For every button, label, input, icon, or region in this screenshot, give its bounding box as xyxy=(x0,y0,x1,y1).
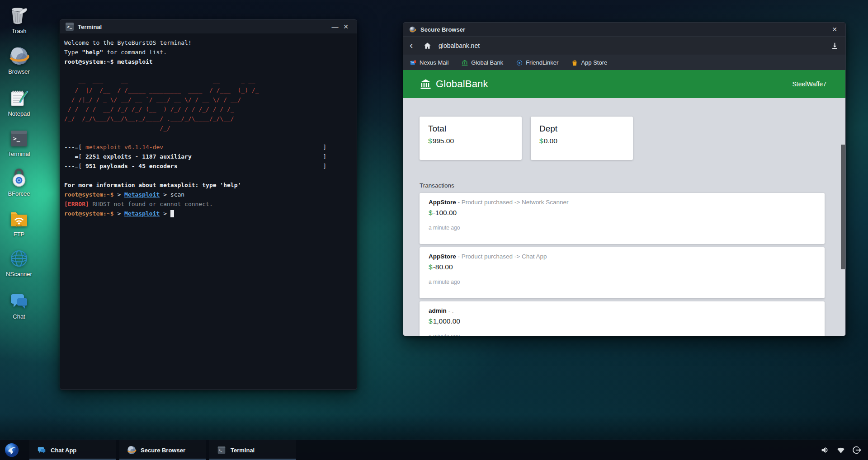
desktop-icon-label: Browser xyxy=(8,68,30,75)
transaction-card: AppStore - Product purchased -> Chat App… xyxy=(420,247,825,298)
transaction-source: AppStore xyxy=(429,253,456,260)
transaction-card: admin - .$1,000.00a minute ago xyxy=(420,301,825,336)
transaction-description: . xyxy=(452,307,454,314)
transaction-description: Product purchased -> Chat App xyxy=(462,253,547,260)
summary-card-title: Total xyxy=(428,124,513,134)
desktop-icon-label: Trash xyxy=(12,28,27,34)
start-button[interactable] xyxy=(0,440,24,460)
browser-globe-icon xyxy=(127,445,137,455)
desktop-icon-terminal[interactable]: >_Terminal xyxy=(4,127,34,157)
terminal-line: root@system:~$ metasploit xyxy=(64,57,352,66)
transaction-time: a minute ago xyxy=(429,225,816,231)
desktop-icon-bforcee[interactable]: BForcee xyxy=(4,167,34,197)
summary-cards: Total$995.00Dept$0.00 xyxy=(420,117,825,160)
taskbar-item-label: Chat App xyxy=(51,447,76,454)
volume-icon[interactable] xyxy=(820,445,830,455)
desktop-icon-label: FTP xyxy=(14,231,25,238)
desktop-icon-label: Terminal xyxy=(8,150,30,157)
summary-card-amount: $0.00 xyxy=(539,137,624,145)
summary-card-title: Dept xyxy=(539,124,624,134)
svg-text:>_: >_ xyxy=(13,135,20,142)
terminal-window-title: Terminal xyxy=(78,23,102,30)
terminal-close-button[interactable]: ✕ xyxy=(340,20,351,33)
currency-sign: $ xyxy=(429,317,433,325)
page-scrollbar[interactable] xyxy=(841,145,845,269)
bank-icon xyxy=(462,60,468,66)
summary-card-dept: Dept$0.00 xyxy=(531,117,633,160)
transaction-title: AppStore - Product purchased -> Chat App xyxy=(429,253,816,260)
browser-titlebar[interactable]: Secure Browser — ✕ xyxy=(403,23,845,36)
notepad-icon xyxy=(8,87,30,109)
terminal-line xyxy=(64,133,352,142)
terminal-window: >_ Terminal — ✕ Welcome to the ByteBurst… xyxy=(60,19,357,390)
browser-minimize-button[interactable]: — xyxy=(818,23,829,36)
desktop-icon-nscanner[interactable]: NScanner xyxy=(4,248,34,277)
terminal-app-icon: >_ xyxy=(8,127,30,149)
logout-icon[interactable] xyxy=(852,445,862,455)
transaction-card: AppStore - Product purchased -> Network … xyxy=(420,193,825,244)
transactions-list: AppStore - Product purchased -> Network … xyxy=(420,193,825,336)
terminal-titlebar[interactable]: >_ Terminal — ✕ xyxy=(60,20,357,33)
wifi-icon[interactable] xyxy=(836,445,846,455)
browser-navbar: ‹ globalbank.net xyxy=(403,36,845,55)
browser-window-icon xyxy=(409,26,416,33)
terminal-line: Welcome to the ByteBurstOS terminal! xyxy=(64,38,352,47)
ftp-folder-icon: FTP xyxy=(8,208,30,230)
bank-header: GlobalBank SteelWaffe7 xyxy=(403,70,845,98)
download-icon[interactable] xyxy=(830,42,839,50)
address-bar[interactable]: globalbank.net xyxy=(439,42,480,49)
transaction-amount: $-100.00 xyxy=(429,209,816,217)
desktop-icon-label: BForcee xyxy=(8,190,30,197)
start-orb-icon xyxy=(4,442,19,458)
transaction-description: Product purchased -> Network Scanner xyxy=(462,199,569,206)
terminal-line: root@system:~$ > Metasploit > xyxy=(64,209,352,218)
terminal-output[interactable]: Welcome to the ByteBurstOS terminal!Type… xyxy=(60,33,357,218)
terminal-line: __ ___ __ __ _ __ xyxy=(64,76,352,85)
terminal-line: / / / / __/ /_/ /_/ (__ ) /_/ / / /_/ / … xyxy=(64,104,352,114)
home-icon[interactable] xyxy=(423,42,432,50)
transaction-title: admin - . xyxy=(429,307,816,314)
desktop-icon-label: NScanner xyxy=(6,271,32,277)
desktop-icon-notepad[interactable]: Notepad xyxy=(4,87,34,117)
dotted-circle-icon xyxy=(516,60,523,66)
bank-page: GlobalBank SteelWaffe7 Total$995.00Dept$… xyxy=(403,70,845,336)
currency-sign: $ xyxy=(429,263,433,271)
terminal-line: [ERROR] RHOST not found or cannot connec… xyxy=(64,199,352,209)
transactions-heading: Transactions xyxy=(420,182,825,189)
bookmark-app-store[interactable]: App Store xyxy=(571,59,607,66)
terminal-line xyxy=(64,171,352,180)
taskbar-item-terminal[interactable]: >_Terminal xyxy=(209,440,296,460)
browser-window-title: Secure Browser xyxy=(420,26,465,33)
currency-sign: $ xyxy=(428,137,432,145)
terminal-line: For more information about metasploit: t… xyxy=(64,180,352,190)
desktop-icon-label: Chat xyxy=(13,313,25,320)
currency-sign: $ xyxy=(429,209,433,216)
desktop-icon-browser[interactable]: Browser xyxy=(4,45,34,75)
terminal-minimize-button[interactable]: — xyxy=(330,20,340,33)
network-globe-icon xyxy=(8,248,30,269)
desktop-icon-trash[interactable]: Trash xyxy=(4,5,34,34)
svg-text:>_: >_ xyxy=(219,448,222,452)
padlock-icon xyxy=(8,167,30,189)
bookmark-nexus-mail[interactable]: Nexus Mail xyxy=(410,59,448,66)
desktop-icon-ftp[interactable]: FTPFTP xyxy=(4,208,34,238)
bank-page-body: Total$995.00Dept$0.00 Transactions AppSt… xyxy=(403,117,845,336)
chat-bubble-icon xyxy=(8,290,30,312)
terminal-line: Type "help" for command list. xyxy=(64,47,352,57)
bookmark-friendlinker[interactable]: FriendLinker xyxy=(516,59,558,66)
transaction-time: a minute ago xyxy=(429,333,816,336)
taskbar-item-secure-browser[interactable]: Secure Browser xyxy=(119,440,206,460)
transaction-title: AppStore - Product purchased -> Network … xyxy=(429,199,816,206)
browser-window: Secure Browser — ✕ ‹ globalbank.net Nexu… xyxy=(403,22,846,336)
taskbar-item-label: Terminal xyxy=(231,447,255,454)
desktop: { "colors": { "accent_green": "#1f8a3d",… xyxy=(0,0,868,460)
summary-card-amount: $995.00 xyxy=(428,137,513,145)
bookmark-global-bank[interactable]: Global Bank xyxy=(462,59,503,66)
taskbar-item-chat-app[interactable]: Chat App xyxy=(29,440,116,460)
browser-close-button[interactable]: ✕ xyxy=(829,23,840,36)
terminal-line: /_/ /_/\___/\__/\__,_/____/ .___/_/\____… xyxy=(64,114,352,123)
bank-brand: GlobalBank xyxy=(436,78,488,90)
transaction-amount: $-80.00 xyxy=(429,263,816,271)
desktop-icon-chat[interactable]: Chat xyxy=(4,290,34,320)
back-button[interactable]: ‹ xyxy=(410,41,420,50)
